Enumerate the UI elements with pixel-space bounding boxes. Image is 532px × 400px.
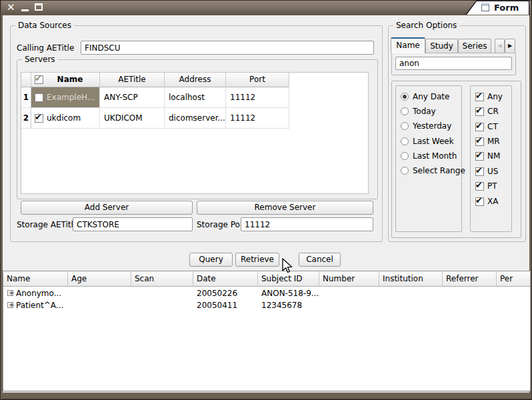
- server-cell[interactable]: 11112: [226, 108, 289, 129]
- date-filter-label: Select Range: [413, 166, 465, 176]
- modality-filter-label: CT: [487, 122, 498, 132]
- radio-icon[interactable]: [401, 93, 409, 101]
- servers-title: Servers: [22, 55, 58, 65]
- select-all-checkbox[interactable]: ✔: [35, 75, 43, 84]
- radio-icon[interactable]: [401, 107, 409, 115]
- window-title: Form: [494, 3, 519, 13]
- storage-aetitle-label: Storage AETitle: [17, 220, 78, 229]
- window-icon: [481, 3, 489, 11]
- storage-port-label: Storage Port: [197, 220, 247, 229]
- storage-aetitle-input[interactable]: [73, 217, 193, 231]
- storage-port-input[interactable]: [241, 217, 373, 231]
- minimize-icon[interactable]: [21, 9, 29, 11]
- results-column-header[interactable]: Referrer: [443, 271, 497, 287]
- server-row-number: 1: [21, 87, 31, 108]
- date-filter-today[interactable]: Today: [401, 107, 459, 117]
- tab-name[interactable]: Name: [391, 37, 425, 53]
- radio-icon[interactable]: [401, 167, 409, 175]
- retrieve-button[interactable]: Retrieve: [235, 253, 279, 267]
- radio-icon[interactable]: [401, 152, 409, 160]
- results-column-header[interactable]: Name: [3, 271, 68, 287]
- server-cell[interactable]: localhost: [165, 87, 226, 108]
- results-column-header[interactable]: Subject ID: [258, 271, 319, 287]
- result-row[interactable]: Anonymo...20050226ANON-518-9...: [3, 287, 530, 299]
- modality-filter-pt[interactable]: ✔PT: [475, 181, 510, 191]
- date-filter-label: Today: [413, 107, 436, 117]
- results-column-header[interactable]: Scan: [131, 271, 193, 287]
- date-filter-label: Yesterday: [413, 121, 451, 131]
- servers-column-header[interactable]: AETitle: [100, 73, 165, 87]
- modality-checkbox[interactable]: ✔: [475, 123, 484, 131]
- tab-study[interactable]: Study: [425, 39, 458, 53]
- results-column-header[interactable]: Age: [68, 271, 131, 287]
- results-column-header[interactable]: Date: [193, 271, 258, 287]
- close-icon[interactable]: ✕: [7, 1, 15, 14]
- modality-filter-any[interactable]: ✔Any: [475, 92, 510, 102]
- tab-series[interactable]: Series: [458, 39, 491, 53]
- radio-icon[interactable]: [401, 137, 409, 145]
- date-filter-yesterday[interactable]: Yesterday: [401, 121, 459, 131]
- date-filter-select-range[interactable]: Select Range: [401, 166, 459, 176]
- results-column-header[interactable]: Institution: [379, 271, 443, 287]
- servers-column-header[interactable]: Address: [165, 73, 226, 87]
- modality-filter-cr[interactable]: ✔CR: [475, 107, 510, 117]
- date-filter-last-month[interactable]: Last Month: [401, 151, 459, 161]
- modality-checkbox[interactable]: ✔: [475, 197, 484, 206]
- modality-checkbox[interactable]: ✔: [475, 107, 484, 116]
- date-filter-label: Last Week: [413, 137, 454, 147]
- tab-scroll-right-icon[interactable]: ▶: [505, 39, 515, 53]
- dicom-query-retrieve-window: ✕ Form Data Sources Calling AETitle Serv…: [0, 0, 532, 400]
- server-enabled-checkbox[interactable]: [35, 93, 43, 102]
- radio-icon[interactable]: [401, 122, 409, 130]
- server-name-cell[interactable]: ExampleH...: [31, 87, 100, 108]
- server-cell[interactable]: 11112: [226, 87, 289, 108]
- server-name-cell[interactable]: ✔ukdicom: [31, 108, 100, 129]
- result-row[interactable]: Patient^A...2005041112345678: [3, 299, 530, 311]
- modality-checkbox[interactable]: ✔: [475, 93, 484, 101]
- server-cell[interactable]: dicomserver....: [165, 108, 226, 129]
- results-column-header[interactable]: Number: [319, 271, 379, 287]
- modality-filter-label: PT: [487, 181, 497, 191]
- modality-checkbox[interactable]: ✔: [475, 182, 484, 191]
- modality-checkbox[interactable]: ✔: [475, 167, 484, 176]
- tab-scroll-left-icon[interactable]: ◀: [495, 39, 505, 53]
- expand-icon[interactable]: [7, 290, 13, 296]
- cancel-button[interactable]: Cancel: [299, 253, 341, 267]
- result-cell: 12345678: [261, 299, 319, 311]
- remove-server-button[interactable]: Remove Server: [197, 201, 373, 215]
- modality-filter-ct[interactable]: ✔CT: [475, 122, 510, 132]
- servers-column-header[interactable]: ✔Name: [31, 73, 100, 87]
- expand-icon[interactable]: [7, 302, 13, 308]
- modality-filter-nm[interactable]: ✔NM: [475, 151, 510, 161]
- results-column-header[interactable]: Per: [497, 271, 531, 287]
- results-tree[interactable]: NameAgeScanDateSubject IDNumberInstituti…: [3, 271, 531, 391]
- modality-filter-label: MR: [487, 137, 500, 147]
- servers-column-header[interactable]: Port: [226, 73, 289, 87]
- search-options-title: Search Options: [393, 21, 459, 31]
- modality-filter-xa[interactable]: ✔XA: [475, 197, 510, 207]
- calling-aetitle-label: Calling AETitle: [17, 43, 74, 53]
- modality-checkbox[interactable]: ✔: [475, 137, 484, 146]
- query-button[interactable]: Query: [189, 253, 233, 267]
- titlebar: ✕ Form: [1, 1, 531, 15]
- servers-table[interactable]: ✔NameAETitleAddressPort1ExampleH...ANY-S…: [21, 72, 369, 194]
- add-server-button[interactable]: Add Server: [21, 201, 193, 215]
- window-title-tab: Form: [465, 1, 529, 15]
- modality-filter-label: NM: [487, 151, 500, 161]
- server-cell[interactable]: UKDICOM: [100, 108, 165, 129]
- server-cell[interactable]: ANY-SCP: [100, 87, 165, 108]
- result-cell: Anonymo...: [16, 287, 77, 299]
- modality-filter-label: XA: [487, 197, 498, 207]
- modality-checkbox[interactable]: ✔: [475, 152, 484, 161]
- date-filter-any-date[interactable]: Any Date: [401, 92, 459, 102]
- search-input[interactable]: [395, 57, 512, 70]
- server-enabled-checkbox[interactable]: ✔: [35, 114, 43, 123]
- calling-aetitle-input[interactable]: [81, 41, 374, 55]
- modality-filter-label: CR: [487, 107, 499, 117]
- maximize-icon[interactable]: [35, 3, 43, 11]
- date-filter-label: Last Month: [413, 151, 457, 161]
- modality-filter-us[interactable]: ✔US: [475, 167, 510, 177]
- modality-filter-mr[interactable]: ✔MR: [475, 137, 510, 147]
- date-filter-last-week[interactable]: Last Week: [401, 137, 459, 147]
- modality-filter-label: US: [487, 167, 498, 177]
